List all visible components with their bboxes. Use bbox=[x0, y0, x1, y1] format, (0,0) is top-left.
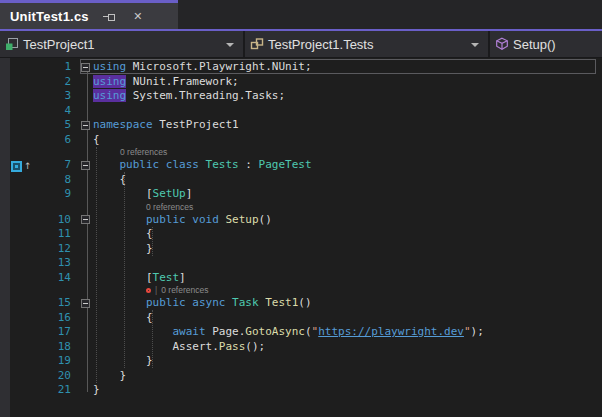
project-icon bbox=[5, 37, 19, 51]
code-token: [ bbox=[93, 271, 153, 284]
code-token: () bbox=[298, 296, 311, 309]
outline-margin bbox=[78, 158, 93, 173]
code-line[interactable]: 1using Microsoft.Playwright.NUnit; bbox=[0, 60, 602, 75]
code-token: Test1 bbox=[265, 296, 298, 309]
tab-unittest1[interactable]: UnitTest1.cs ✕ bbox=[0, 0, 178, 29]
code-text: { bbox=[93, 173, 126, 188]
code-line[interactable]: 13 bbox=[0, 256, 602, 271]
code-line[interactable]: 17 await Page.GotoAsync("https://playwri… bbox=[0, 325, 602, 340]
collapse-icon[interactable] bbox=[81, 215, 90, 224]
line-number: 8 bbox=[0, 173, 78, 188]
line-number: 11 bbox=[0, 227, 78, 242]
test-status-icon[interactable] bbox=[146, 288, 151, 293]
code-line[interactable]: 15 public async Task Test1() bbox=[0, 296, 602, 311]
code-token: Setup bbox=[225, 213, 258, 226]
line-number: 15 bbox=[0, 296, 78, 311]
collapse-icon[interactable] bbox=[81, 121, 90, 130]
code-token: Tests bbox=[206, 158, 239, 171]
outline-margin bbox=[78, 227, 93, 242]
code-editor[interactable]: ↑ 1using Microsoft.Playwright.NUnit;2usi… bbox=[0, 58, 602, 417]
code-line[interactable]: 9 [SetUp] bbox=[0, 187, 602, 202]
code-text: { bbox=[93, 311, 153, 326]
code-line[interactable]: 4 bbox=[0, 104, 602, 119]
line-number: 10 bbox=[0, 213, 78, 228]
collapse-icon[interactable] bbox=[81, 161, 90, 170]
project-dropdown[interactable]: TestProject1 bbox=[0, 31, 245, 57]
code-token: GotoAsync bbox=[245, 325, 305, 338]
code-token bbox=[93, 325, 172, 338]
code-token: } bbox=[93, 354, 153, 367]
method-icon bbox=[495, 37, 509, 51]
navigation-bar: TestProject1 TestProject1.Tests Setup() bbox=[0, 29, 602, 58]
code-token: () bbox=[259, 213, 272, 226]
tab-strip: UnitTest1.cs ✕ bbox=[0, 0, 602, 29]
codelens-references[interactable]: 0 references bbox=[120, 147, 167, 158]
chevron-down-icon[interactable] bbox=[226, 43, 234, 47]
chevron-down-icon[interactable] bbox=[471, 43, 479, 47]
code-token: namespace bbox=[93, 118, 153, 131]
codelens-row: |0 references bbox=[0, 285, 602, 296]
outline-margin bbox=[78, 354, 93, 369]
code-token: Pass bbox=[219, 340, 246, 353]
line-number: 9 bbox=[0, 187, 78, 202]
code-token: [ bbox=[93, 187, 153, 200]
outline-margin bbox=[78, 133, 93, 148]
line-number: 3 bbox=[0, 89, 78, 104]
code-line[interactable]: 16 { bbox=[0, 311, 602, 326]
type-dropdown[interactable]: TestProject1.Tests bbox=[245, 31, 490, 57]
outline-margin bbox=[78, 60, 93, 75]
code-token: " bbox=[464, 325, 471, 338]
codelens-references[interactable]: 0 references bbox=[146, 202, 193, 213]
code-text: await Page.GotoAsync("https://playwright… bbox=[93, 325, 484, 340]
code-token: : bbox=[239, 158, 259, 171]
code-token: } bbox=[93, 383, 100, 396]
code-line[interactable]: 5namespace TestProject1 bbox=[0, 118, 602, 133]
code-text: [Test] bbox=[93, 271, 186, 286]
code-line[interactable]: 3using System.Threading.Tasks; bbox=[0, 89, 602, 104]
close-icon[interactable]: ✕ bbox=[131, 9, 145, 23]
code-text: using System.Threading.Tasks; bbox=[93, 89, 285, 104]
code-text: [SetUp] bbox=[93, 187, 192, 202]
code-line[interactable]: 2using NUnit.Framework; bbox=[0, 75, 602, 90]
type-label: TestProject1.Tests bbox=[268, 37, 374, 52]
collapse-icon[interactable] bbox=[81, 63, 90, 72]
code-line[interactable]: 6{ bbox=[0, 133, 602, 148]
code-token: public class bbox=[120, 158, 206, 171]
code-line[interactable]: 18 Assert.Pass(); bbox=[0, 340, 602, 355]
editor-window: UnitTest1.cs ✕ TestProject1 TestProject1… bbox=[0, 0, 602, 417]
codelens-row: 0 references bbox=[0, 147, 602, 158]
code-token: { bbox=[93, 311, 153, 324]
code-line[interactable]: 12 } bbox=[0, 242, 602, 257]
code-line[interactable]: 19 } bbox=[0, 354, 602, 369]
code-token bbox=[93, 296, 146, 309]
code-line[interactable]: 20 } bbox=[0, 369, 602, 384]
code-line[interactable]: 11 { bbox=[0, 227, 602, 242]
outline-margin bbox=[78, 340, 93, 355]
code-text: { bbox=[93, 227, 153, 242]
outline-margin bbox=[78, 383, 93, 398]
line-number: 19 bbox=[0, 354, 78, 369]
outline-margin bbox=[78, 187, 93, 202]
code-text: } bbox=[93, 383, 100, 398]
code-token: using bbox=[93, 89, 126, 102]
code-line[interactable]: 7 public class Tests : PageTest bbox=[0, 158, 602, 173]
code-line[interactable]: 8 { bbox=[0, 173, 602, 188]
code-line[interactable]: 10 public void Setup() bbox=[0, 213, 602, 228]
code-line[interactable]: 14 [Test] bbox=[0, 271, 602, 286]
code-line[interactable]: 21} bbox=[0, 383, 602, 398]
outline-margin bbox=[78, 213, 93, 228]
outline-margin bbox=[78, 311, 93, 326]
url-link[interactable]: https://playwright.dev bbox=[318, 325, 464, 338]
code-token: using bbox=[93, 60, 126, 73]
collapse-icon[interactable] bbox=[81, 299, 90, 308]
codelens-references[interactable]: 0 references bbox=[161, 285, 208, 296]
line-number: 2 bbox=[0, 75, 78, 90]
code-token: Page. bbox=[206, 325, 246, 338]
code-text: Assert.Pass(); bbox=[93, 340, 265, 355]
member-dropdown[interactable]: Setup() bbox=[490, 31, 602, 57]
line-number: 7 bbox=[0, 158, 78, 173]
pin-icon[interactable] bbox=[103, 9, 117, 23]
code-text: } bbox=[93, 354, 153, 369]
code-token: NUnit.Framework; bbox=[126, 75, 239, 88]
line-number: 21 bbox=[0, 383, 78, 398]
